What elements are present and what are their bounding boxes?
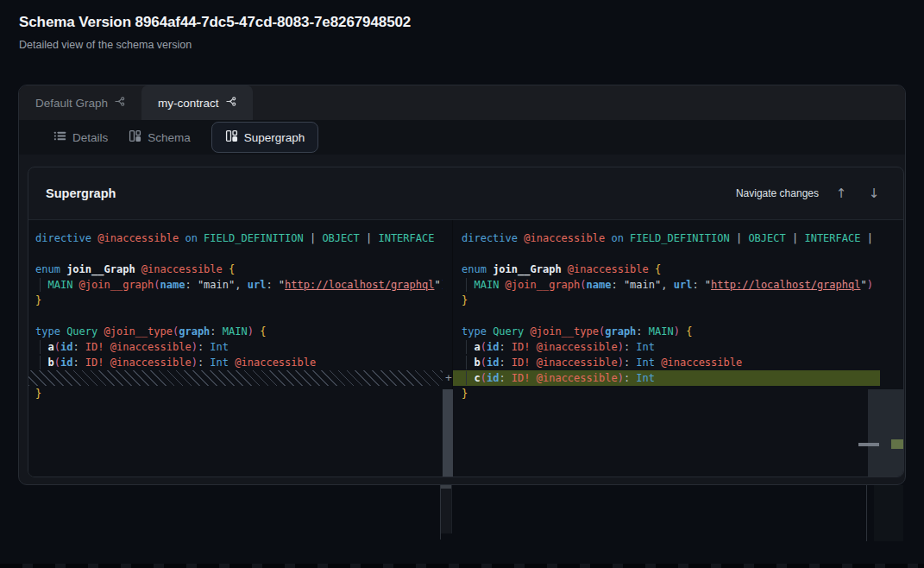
code-line bbox=[28, 308, 443, 324]
navigate-next-button[interactable]: ↓ bbox=[864, 183, 884, 204]
list-icon bbox=[53, 129, 66, 145]
tab-supergraph[interactable]: Supergraph bbox=[211, 122, 319, 153]
minimap-slider[interactable] bbox=[868, 389, 904, 477]
editor-overflow-gutter-line bbox=[451, 485, 452, 533]
code-line: enum join__Graph @inaccessible { bbox=[28, 262, 443, 277]
schema-diff-editor: directive @inaccessible on FIELD_DEFINIT… bbox=[28, 219, 903, 476]
graph-tabbar: Default Graph my-contract bbox=[19, 85, 905, 120]
diff-added-marker: + bbox=[441, 370, 456, 386]
view-tabbar: Details Schema Supergraph bbox=[19, 120, 905, 155]
code-line: MAIN @join__graph(name: "main", url: "ht… bbox=[28, 277, 443, 293]
code-line: b(id: ID! @inaccessible): Int @inaccessi… bbox=[28, 355, 443, 370]
editor-overflow-scroll-column bbox=[441, 489, 451, 533]
bottom-dashed-divider bbox=[0, 564, 924, 568]
tab-details-label: Details bbox=[72, 131, 108, 144]
contract-icon bbox=[225, 96, 236, 110]
tab-supergraph-label: Supergraph bbox=[244, 131, 305, 144]
navigate-previous-button[interactable]: ↑ bbox=[831, 183, 852, 204]
editor-overflow-divider-right bbox=[866, 485, 867, 541]
tab-schema-label: Schema bbox=[148, 131, 191, 144]
page-title: Schema Version 8964af44-7dc5-47cd-8083-7… bbox=[19, 14, 411, 31]
schema-version-card: Default Graph my-contract bbox=[18, 85, 906, 485]
code-line: } bbox=[453, 293, 880, 308]
code-line bbox=[453, 308, 880, 324]
code-line: a(id: ID! @inaccessible): Int bbox=[28, 339, 443, 355]
code-line: type Query @join__type(graph: MAIN) { bbox=[28, 324, 443, 339]
tab-schema[interactable]: Schema bbox=[129, 129, 191, 145]
code-line bbox=[453, 246, 880, 262]
page-header: Schema Version 8964af44-7dc5-47cd-8083-7… bbox=[19, 14, 411, 51]
columns-icon bbox=[225, 129, 238, 145]
code-line: enum join__Graph @inaccessible { bbox=[453, 262, 880, 277]
navigate-changes: Navigate changes ↑ ↓ bbox=[736, 183, 884, 204]
contract-icon bbox=[114, 96, 125, 110]
tab-my-contract[interactable]: my-contract bbox=[141, 85, 253, 120]
code-line: } bbox=[28, 386, 443, 401]
tab-my-contract-label: my-contract bbox=[158, 97, 219, 110]
supergraph-panel-header: Supergraph Navigate changes ↑ ↓ bbox=[28, 167, 903, 219]
columns-icon bbox=[129, 129, 141, 145]
code-line: } bbox=[453, 386, 880, 401]
code-line: } bbox=[28, 293, 443, 308]
page-subtitle: Detailed view of the schema version bbox=[19, 39, 411, 51]
tab-default-graph[interactable]: Default Graph bbox=[19, 85, 141, 120]
editor-overflow-minimap-column bbox=[874, 485, 903, 541]
navigate-changes-label: Navigate changes bbox=[736, 187, 819, 199]
diff-gutter: + bbox=[443, 220, 453, 476]
tab-default-graph-label: Default Graph bbox=[35, 97, 108, 110]
code-line bbox=[28, 246, 443, 262]
panel-title: Supergraph bbox=[46, 186, 116, 200]
tab-details[interactable]: Details bbox=[53, 129, 108, 145]
code-line: type Query @join__type(graph: MAIN) { bbox=[453, 324, 880, 339]
code-line: MAIN @join__graph(name: "main", url: "ht… bbox=[453, 277, 880, 293]
code-line: directive @inaccessible on FIELD_DEFINIT… bbox=[453, 230, 880, 246]
code-line: directive @inaccessible on FIELD_DEFINIT… bbox=[28, 230, 443, 246]
diff-pane-modified[interactable]: directive @inaccessible on FIELD_DEFINIT… bbox=[453, 220, 880, 476]
minimap bbox=[880, 220, 903, 476]
code-line: c(id: ID! @inaccessible): Int bbox=[453, 370, 880, 386]
vertical-scrollbar-thumb[interactable] bbox=[443, 389, 453, 477]
diff-placeholder-row bbox=[28, 370, 443, 386]
code-line: a(id: ID! @inaccessible): Int bbox=[453, 339, 880, 355]
supergraph-panel: Supergraph Navigate changes ↑ ↓ directiv… bbox=[28, 167, 904, 477]
code-line: b(id: ID! @inaccessible): Int @inaccessi… bbox=[453, 355, 880, 370]
diff-pane-original[interactable]: directive @inaccessible on FIELD_DEFINIT… bbox=[28, 220, 443, 476]
